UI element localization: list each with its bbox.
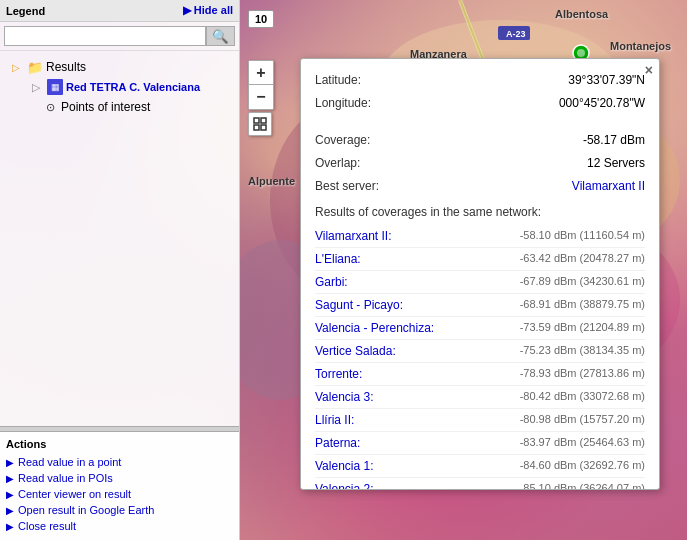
coverage-list-item: Torrente: -78.93 dBm (27813.86 m) (315, 363, 645, 386)
hide-all-link[interactable]: ▶ Hide all (183, 4, 233, 17)
action-arrow-icon: ▶ (6, 521, 14, 532)
coverage-row-value: -83.97 dBm (25464.63 m) (520, 434, 645, 452)
action-item[interactable]: ▶Open result in Google Earth (6, 502, 233, 518)
coverage-list-item: Llíria II: -80.98 dBm (15757.20 m) (315, 409, 645, 432)
action-item[interactable]: ▶Read value in POIs (6, 470, 233, 486)
coverage-row-name[interactable]: Garbi: (315, 273, 520, 291)
coverage-label: Coverage: (315, 131, 415, 149)
overlap-row: Overlap: 12 Servers (315, 154, 645, 172)
coverage-row-value: -73.59 dBm (21204.89 m) (520, 319, 645, 337)
zoom-level-indicator: 10 (248, 10, 274, 28)
coverage-list-item: L'Eliana: -63.42 dBm (20478.27 m) (315, 248, 645, 271)
coverage-list-item: Valencia 1: -84.60 dBm (32692.76 m) (315, 455, 645, 478)
coverage-list-item: Vertice Salada: -75.23 dBm (38134.35 m) (315, 340, 645, 363)
action-label: Close result (18, 520, 76, 532)
zoom-in-button[interactable]: + (249, 61, 273, 85)
coverage-list-item: Paterna: -83.97 dBm (25464.63 m) (315, 432, 645, 455)
longitude-value: 000°45'20.78"W (559, 94, 645, 112)
coverage-row: Coverage: -58.17 dBm (315, 131, 645, 149)
layer-icon: ▦ (47, 79, 63, 95)
coverage-list-item: Valencia 3: -80.42 dBm (33072.68 m) (315, 386, 645, 409)
best-server-label: Best server: (315, 177, 415, 195)
best-server-row: Best server: Vilamarxant II (315, 177, 645, 195)
actions-list: ▶Read value in a point▶Read value in POI… (6, 454, 233, 534)
extent-icon (253, 117, 267, 131)
layer-label: Red TETRA C. Valenciana (66, 81, 200, 93)
latitude-value: 39°33'07.39"N (568, 71, 645, 89)
info-popup: × Latitude: 39°33'07.39"N Longitude: 000… (300, 58, 660, 490)
best-server-value: Vilamarxant II (572, 177, 645, 195)
coverage-list: Vilamarxant II: -58.10 dBm (11160.54 m) … (315, 225, 645, 489)
popup-scroll[interactable]: × Latitude: 39°33'07.39"N Longitude: 000… (301, 59, 659, 489)
coverage-row-name[interactable]: Vilamarxant II: (315, 227, 520, 245)
sidebar: Legend ▶ Hide all 🔍 ▷ 📁 Results ▷ ▦ Red … (0, 0, 240, 540)
popup-close-button[interactable]: × (645, 63, 653, 77)
coverage-value: -58.17 dBm (583, 131, 645, 149)
coverage-row-name[interactable]: Valencia 3: (315, 388, 520, 406)
results-label: Results (46, 60, 86, 74)
extent-button[interactable] (248, 112, 272, 136)
road-label-a23: A-23 (502, 28, 530, 40)
action-item[interactable]: ▶Read value in a point (6, 454, 233, 470)
coverage-row-name[interactable]: L'Eliana: (315, 250, 520, 268)
coverage-row-value: -80.42 dBm (33072.68 m) (520, 388, 645, 406)
search-button[interactable]: 🔍 (206, 26, 235, 46)
action-arrow-icon: ▶ (6, 457, 14, 468)
coverage-row-name[interactable]: Torrente: (315, 365, 520, 383)
action-item[interactable]: ▶Center viewer on result (6, 486, 233, 502)
coverage-row-name[interactable]: Sagunt - Picayo: (315, 296, 520, 314)
coverage-list-item: Valencia 2: -85.10 dBm (36264.07 m) (315, 478, 645, 489)
tree-layer[interactable]: ▷ ▦ Red TETRA C. Valenciana (24, 77, 235, 97)
folder-icon: 📁 (27, 59, 43, 75)
svg-point-8 (577, 49, 585, 57)
search-icon: 🔍 (212, 29, 229, 44)
expand-icon: ▷ (8, 59, 24, 75)
coverage-row-name[interactable]: Paterna: (315, 434, 520, 452)
coverage-row-value: -75.23 dBm (38134.35 m) (520, 342, 645, 360)
action-arrow-icon: ▶ (6, 505, 14, 516)
overlap-label: Overlap: (315, 154, 415, 172)
svg-rect-13 (254, 125, 259, 130)
svg-rect-14 (261, 125, 266, 130)
coverage-row-value: -78.93 dBm (27813.86 m) (520, 365, 645, 383)
results-section-title: Results of coverages in the same network… (315, 205, 645, 219)
coverage-row-name[interactable]: Llíria II: (315, 411, 520, 429)
coverage-row-name[interactable]: Vertice Salada: (315, 342, 520, 360)
tree-results[interactable]: ▷ 📁 Results (4, 57, 235, 77)
coverage-row-value: -67.89 dBm (34230.61 m) (520, 273, 645, 291)
poi-label: Points of interest (61, 100, 150, 114)
coverage-list-item: Valencia - Perenchiza: -73.59 dBm (21204… (315, 317, 645, 340)
longitude-row: Longitude: 000°45'20.78"W (315, 94, 645, 112)
layer-expand-icon: ▷ (28, 79, 44, 95)
search-bar: 🔍 (0, 22, 239, 51)
coverage-row-value: -84.60 dBm (32692.76 m) (520, 457, 645, 475)
tree-poi[interactable]: ⊙ Points of interest (24, 97, 235, 117)
coverage-list-item: Garbi: -67.89 dBm (34230.61 m) (315, 271, 645, 294)
coverage-row-name[interactable]: Valencia 1: (315, 457, 520, 475)
action-label: Center viewer on result (18, 488, 131, 500)
coverage-row-value: -85.10 dBm (36264.07 m) (520, 480, 645, 489)
coverage-list-item: Vilamarxant II: -58.10 dBm (11160.54 m) (315, 225, 645, 248)
zoom-out-button[interactable]: − (249, 85, 273, 109)
coverage-row-value: -80.98 dBm (15757.20 m) (520, 411, 645, 429)
action-label: Read value in a point (18, 456, 121, 468)
legend-title: Legend (6, 5, 45, 17)
zoom-controls: + − (248, 60, 274, 110)
search-input[interactable] (4, 26, 206, 46)
coverage-row-name[interactable]: Valencia 2: (315, 480, 520, 489)
action-arrow-icon: ▶ (6, 489, 14, 500)
coverage-row-value: -68.91 dBm (38879.75 m) (520, 296, 645, 314)
longitude-label: Longitude: (315, 94, 415, 112)
actions-header: Actions (6, 438, 233, 450)
coverage-row-value: -58.10 dBm (11160.54 m) (520, 227, 645, 245)
action-item[interactable]: ▶Close result (6, 518, 233, 534)
coverage-list-item: Sagunt - Picayo: -68.91 dBm (38879.75 m) (315, 294, 645, 317)
coverage-row-name[interactable]: Valencia - Perenchiza: (315, 319, 520, 337)
svg-rect-11 (254, 118, 259, 123)
overlap-value: 12 Servers (587, 154, 645, 172)
coverage-row-value: -63.42 dBm (20478.27 m) (520, 250, 645, 268)
actions-section: Actions ▶Read value in a point▶Read valu… (0, 432, 239, 540)
action-arrow-icon: ▶ (6, 473, 14, 484)
action-label: Open result in Google Earth (18, 504, 154, 516)
legend-header: Legend ▶ Hide all (0, 0, 239, 22)
